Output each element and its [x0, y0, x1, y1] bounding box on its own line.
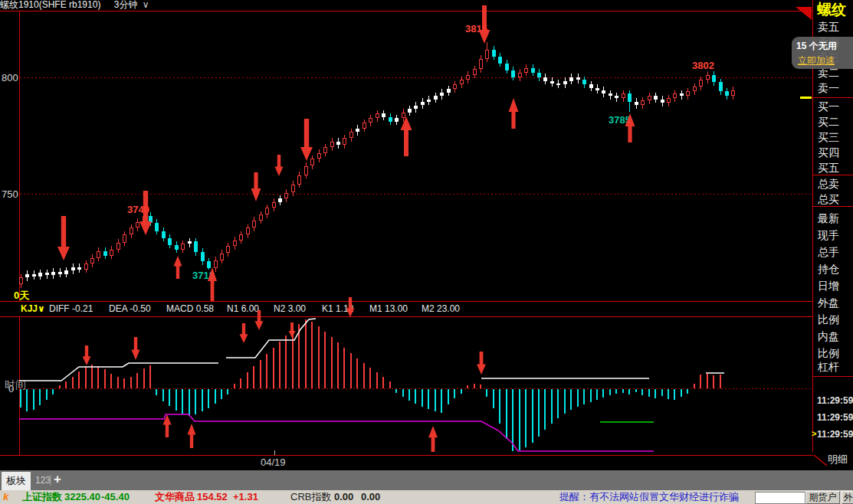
buy-signal-arrow-icon [188, 424, 196, 448]
hist-bar [39, 389, 41, 405]
crb-index-label[interactable]: CRB指数 [290, 490, 331, 503]
hist-bar [602, 389, 604, 398]
candle-body [492, 50, 496, 57]
sidebar-row: 买三 [818, 131, 839, 145]
candle-body [498, 57, 502, 64]
hist-bar [577, 389, 579, 407]
tab-bankuai[interactable]: 板块 [2, 472, 31, 490]
tooltip-text: 15 个无用 [796, 40, 853, 53]
candle-body [136, 222, 139, 228]
hist-bar [331, 337, 333, 388]
wenhua-index-label[interactable]: 文华商品 [155, 490, 195, 503]
gridline-3750 [20, 194, 812, 195]
hist-bar [189, 389, 190, 416]
hist-bar [564, 389, 566, 414]
sidebar-divider [813, 175, 853, 175]
tick-time: 11:29:59 [817, 412, 853, 423]
hist-bar [33, 389, 34, 410]
add-tab-button[interactable]: + [54, 472, 61, 487]
hist-bar [635, 389, 637, 392]
hist-bar [525, 389, 527, 447]
buy-signal-arrow-icon [509, 98, 519, 129]
instrument-title: 螺纹1910(SHFE rb1910) [0, 0, 100, 10]
sidebar-row: 总买 [818, 193, 839, 207]
hist-bar [136, 373, 138, 388]
latest-tick-marker: > [812, 429, 816, 438]
tick-time: 11:29:59 [817, 429, 853, 440]
hist-bar [590, 389, 592, 402]
sell-signal-arrow-icon [83, 345, 91, 365]
candle-body [434, 96, 438, 100]
sidebar-divider [813, 206, 853, 207]
hist-bar [311, 322, 313, 388]
tick-time: 11:29:59 [817, 395, 853, 406]
fraud-warning-notice: 提醒：有不法网站假冒文华财经进行诈骗 [559, 490, 739, 503]
hist-bar [285, 335, 287, 388]
candle-body [389, 117, 392, 122]
hist-bar [628, 389, 630, 394]
external-button[interactable]: 外 [842, 491, 853, 504]
candle-body [511, 70, 515, 77]
sidebar-instrument-title[interactable]: 螺纹 [817, 0, 846, 20]
candle-body [402, 113, 405, 119]
candle-body [673, 93, 677, 98]
hist-bar [544, 389, 546, 430]
sh-index-label[interactable]: 上证指数 [22, 490, 62, 503]
candle-body [440, 93, 444, 97]
candle-body [188, 241, 192, 244]
days-counter-label: 0天 [14, 289, 29, 303]
hist-bar [655, 389, 656, 398]
candle-body [90, 258, 94, 264]
indicator-line [226, 319, 316, 358]
sidebar-row: 杠杆 [818, 361, 839, 375]
candle-body [64, 270, 68, 274]
candle-body [297, 175, 301, 185]
indicator-header: KJJ∨ DIFF -0.21DEA -0.50MACD 0.58N1 6.00… [0, 302, 812, 316]
sh-index-change: -45.40 [101, 490, 130, 503]
hist-bar [363, 363, 365, 388]
candle-body [667, 98, 671, 103]
candle-body [421, 102, 425, 106]
hist-bar [46, 389, 48, 400]
hist-bar [474, 384, 475, 388]
sidebar-row: 外盘 [818, 296, 839, 310]
candle-body [123, 234, 126, 243]
accelerate-link[interactable]: 立即加速 [798, 54, 853, 67]
hist-bar [221, 389, 222, 399]
hist-bar [499, 389, 500, 424]
quick-input[interactable] [755, 492, 805, 504]
gridline-3800 [20, 77, 812, 78]
hist-bar [337, 342, 339, 388]
sidebar-row: 最新 [818, 212, 839, 226]
candle-body [284, 193, 288, 199]
chevron-down-icon[interactable]: ∨ [143, 0, 149, 10]
hist-bar [641, 389, 643, 395]
hist-bar [681, 389, 682, 397]
hist-bar [435, 389, 436, 411]
tab-detail[interactable]: 明细 [828, 453, 848, 466]
x-axis-date-label: 04/19 [261, 457, 286, 468]
futures-account-button[interactable]: 期货户 [805, 491, 840, 504]
candle-body [32, 274, 36, 277]
accelerator-tooltip: 15 个无用 立即加速 [792, 37, 853, 69]
trading-terminal: 螺纹1910(SHFE rb1910) 3分钟 ∨ 800 750 0 0天 0… [0, 0, 853, 504]
candle-body [71, 267, 75, 271]
period-selector[interactable]: 3分钟 [114, 0, 138, 10]
indicator-selector[interactable]: KJJ∨ [21, 303, 45, 314]
candle-body [661, 100, 664, 103]
hist-bar [615, 389, 617, 394]
candle-body [181, 244, 185, 250]
candle-body [531, 68, 535, 73]
hist-bar [110, 374, 112, 388]
chart-top-border [0, 11, 812, 11]
hist-bar [369, 368, 371, 388]
hist-bar [422, 389, 423, 407]
hist-bar [448, 389, 449, 404]
hist-bar [247, 372, 248, 388]
candle-body [239, 234, 243, 241]
candle-body [686, 91, 690, 96]
candle-body [246, 227, 250, 234]
hist-bar [104, 369, 106, 388]
hist-bar [376, 372, 378, 388]
candle-body [699, 80, 703, 87]
